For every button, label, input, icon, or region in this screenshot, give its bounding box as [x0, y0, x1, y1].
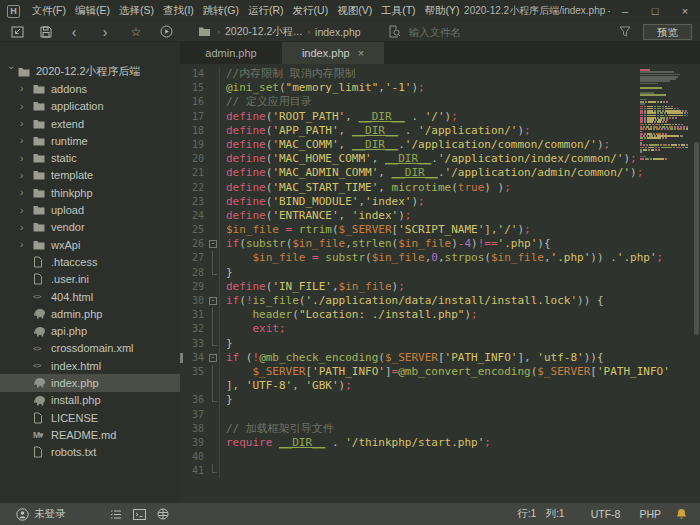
star-icon[interactable]: ☆: [128, 24, 144, 40]
code-line-17[interactable]: 17define('ROOT_PATH', __DIR__ . '/');: [180, 110, 700, 124]
menu-item-4[interactable]: 跳转(G): [198, 4, 243, 18]
tree-item-README.md[interactable]: M▾README.md: [0, 426, 180, 443]
tree-item-404.html[interactable]: <>404.html: [0, 288, 180, 305]
code-line-22[interactable]: 22define('MAC_START_TIME', microtime(tru…: [180, 181, 700, 195]
breadcrumb-file[interactable]: index.php: [315, 26, 361, 38]
chevron-right-icon[interactable]: ›: [20, 170, 33, 181]
fold-column[interactable]: -: [207, 294, 220, 308]
chevron-right-icon[interactable]: ›: [20, 187, 33, 198]
tree-item-application[interactable]: ›application: [0, 98, 180, 115]
tree-item-runtime[interactable]: ›runtime: [0, 132, 180, 149]
search-input[interactable]: [409, 26, 579, 38]
code-line-20[interactable]: 20define('MAC_HOME_COMM', __DIR__.'/appl…: [180, 152, 700, 166]
run-icon[interactable]: [158, 24, 174, 40]
code-line-28[interactable]: 28}: [180, 266, 700, 280]
tree-root[interactable]: ›2020-12.2小程序后端: [0, 63, 180, 80]
cursor-col[interactable]: 列:1: [545, 507, 564, 521]
close-icon[interactable]: ×: [670, 0, 700, 22]
menu-item-0[interactable]: 文件(F): [27, 4, 70, 18]
code-line-30[interactable]: 30-if(!is_file('./application/data/insta…: [180, 294, 700, 308]
chevron-right-icon[interactable]: ›: [20, 83, 33, 94]
menu-item-9[interactable]: 帮助(Y): [420, 4, 464, 18]
code-line-31[interactable]: 31 header("Location: ./install.php");: [180, 308, 700, 322]
outline-icon[interactable]: [110, 509, 122, 520]
encoding-label[interactable]: UTF-8: [591, 508, 621, 520]
menu-item-8[interactable]: 工具(T): [377, 4, 420, 18]
menu-item-5[interactable]: 运行(R): [244, 4, 289, 18]
filter-icon[interactable]: [617, 24, 633, 40]
tab-index.php[interactable]: index.php×: [282, 42, 384, 64]
fold-collapse-icon[interactable]: -: [209, 240, 217, 248]
code-line-40[interactable]: 40: [180, 450, 700, 464]
fold-column[interactable]: -: [207, 237, 220, 251]
tree-item-.htaccess[interactable]: .htaccess: [0, 253, 180, 270]
login-status[interactable]: 未登录: [16, 507, 66, 521]
tree-item-wxApi[interactable]: ›wxApi: [0, 236, 180, 253]
chevron-right-icon[interactable]: ›: [20, 153, 33, 164]
code-line-23[interactable]: 23define('BIND_MODULE','index');: [180, 195, 700, 209]
code-line-21[interactable]: 21define('MAC_ADMIN_COMM', __DIR__.'/app…: [180, 166, 700, 180]
tab-admin.php[interactable]: admin.php: [180, 42, 282, 64]
tree-item-upload[interactable]: ›upload: [0, 201, 180, 218]
fold-collapse-icon[interactable]: -: [209, 297, 217, 305]
fold-column[interactable]: -: [207, 351, 220, 365]
fold-collapse-icon[interactable]: -: [209, 354, 217, 362]
chevron-right-icon[interactable]: ›: [20, 101, 33, 112]
validate-icon[interactable]: [157, 508, 169, 520]
tree-item-index.html[interactable]: <>index.html: [0, 357, 180, 374]
tree-item-admin.php[interactable]: admin.php: [0, 305, 180, 322]
code-area[interactable]: 14//内存限制 取消内存限制15@ini_set("memory_limit"…: [180, 64, 700, 503]
console-icon[interactable]: [133, 509, 146, 520]
code-line-26[interactable]: 26-if(substr($in_file,strlen($in_file)-4…: [180, 237, 700, 251]
tree-item-LICENSE[interactable]: LICENSE: [0, 409, 180, 426]
tab-close-icon[interactable]: ×: [358, 47, 364, 59]
code-line-33[interactable]: 33}: [180, 337, 700, 351]
chevron-down-icon[interactable]: ›: [6, 66, 17, 79]
back-icon[interactable]: ‹: [66, 24, 82, 40]
chevron-right-icon[interactable]: ›: [20, 135, 33, 146]
code-line-41[interactable]: 41: [180, 464, 700, 478]
code-line-39[interactable]: 39require __DIR__ . '/thinkphp/start.php…: [180, 436, 700, 450]
maximize-icon[interactable]: □: [640, 0, 670, 22]
chevron-right-icon[interactable]: ›: [20, 118, 33, 129]
tree-item-thinkphp[interactable]: ›thinkphp: [0, 184, 180, 201]
tree-item-robots.txt[interactable]: robots.txt: [0, 444, 180, 461]
tree-item-extend[interactable]: ›extend: [0, 115, 180, 132]
code-line-18[interactable]: 18define('APP_PATH', __DIR__ . '/applica…: [180, 124, 700, 138]
tree-item-addons[interactable]: ›addons: [0, 80, 180, 97]
code-line-wrap[interactable]: ], 'UTF-8', 'GBK');: [180, 379, 700, 393]
code-line-19[interactable]: 19define('MAC_COMM', __DIR__.'/applicati…: [180, 138, 700, 152]
code-line-29[interactable]: 29define('IN_FILE',$in_file);: [180, 280, 700, 294]
menu-item-1[interactable]: 编辑(E): [70, 4, 114, 18]
minimap[interactable]: [640, 69, 688, 165]
code-line-34[interactable]: 34-if (!@mb_check_encoding($_SERVER['PAT…: [180, 351, 700, 365]
menu-item-6[interactable]: 发行(U): [288, 4, 333, 18]
forward-icon[interactable]: ›: [97, 24, 113, 40]
tree-item-install.php[interactable]: install.php: [0, 392, 180, 409]
code-line-32[interactable]: 32 exit;: [180, 322, 700, 336]
code-line-27[interactable]: 27 $in_file = substr($in_file,0,strpos($…: [180, 251, 700, 265]
menu-item-2[interactable]: 选择(S): [114, 4, 158, 18]
open-project-icon[interactable]: [9, 24, 25, 40]
chevron-right-icon[interactable]: ›: [20, 205, 33, 216]
tree-item-index.php[interactable]: index.php: [0, 374, 180, 391]
tree-item-static[interactable]: ›static: [0, 149, 180, 166]
save-icon[interactable]: [38, 24, 54, 40]
code-line-38[interactable]: 38// 加载框架引导文件: [180, 422, 700, 436]
code-line-14[interactable]: 14//内存限制 取消内存限制: [180, 67, 700, 81]
breadcrumb-project[interactable]: 2020-12.2小程...: [225, 25, 302, 39]
menu-item-3[interactable]: 查找(I): [158, 4, 198, 18]
bell-icon[interactable]: [676, 508, 687, 520]
code-line-37[interactable]: 37: [180, 408, 700, 422]
preview-button[interactable]: 预览: [643, 24, 692, 40]
tree-item-api.php[interactable]: api.php: [0, 322, 180, 339]
code-line-16[interactable]: 16// 定义应用目录: [180, 95, 700, 109]
scrollbar-track[interactable]: [693, 64, 700, 503]
language-label[interactable]: PHP: [639, 508, 661, 520]
tree-item-crossdomain.xml[interactable]: <>crossdomain.xml: [0, 340, 180, 357]
tree-item-.user.ini[interactable]: .user.ini: [0, 271, 180, 288]
tree-item-template[interactable]: ›template: [0, 167, 180, 184]
code-line-35[interactable]: 35 $_SERVER['PATH_INFO']=@mb_convert_enc…: [180, 365, 700, 379]
menu-item-7[interactable]: 视图(V): [333, 4, 377, 18]
code-line-24[interactable]: 24define('ENTRANCE', 'index');: [180, 209, 700, 223]
